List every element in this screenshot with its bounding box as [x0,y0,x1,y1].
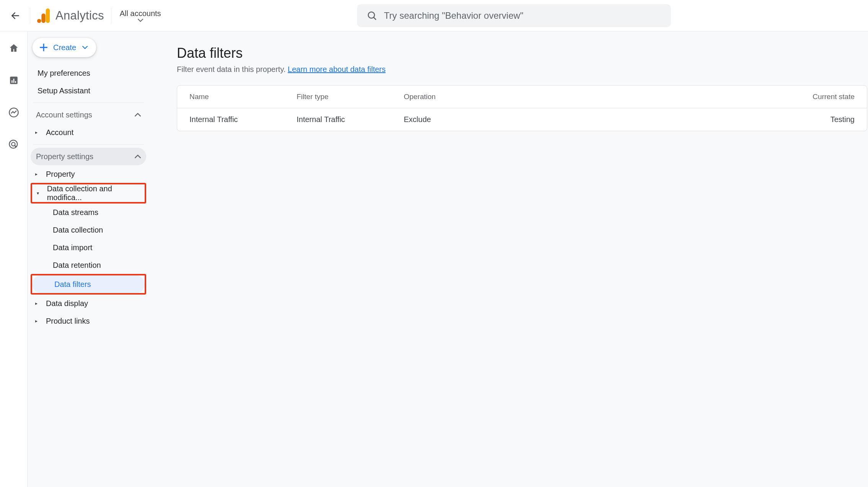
col-operation: Operation [404,93,511,101]
top-bar: Analytics All accounts [0,0,868,31]
caret-right-icon: ▸ [35,318,41,324]
leaf-data-streams[interactable]: Data streams [31,204,146,221]
account-switcher-label: All accounts [120,9,161,18]
brand-name: Analytics [55,9,104,23]
leaf-data-filters[interactable]: Data filters [32,275,145,293]
sub-label: Data collection and modifica... [47,184,139,202]
caret-down-icon [138,19,143,22]
trend-circle-icon [8,107,19,118]
svg-point-11 [9,140,17,148]
back-button[interactable] [8,8,23,23]
group-label: Account settings [36,111,92,119]
svg-line-5 [374,17,376,19]
sub-label: Account [46,128,73,137]
tutorial-callout: Data filters [31,274,146,295]
left-rail [0,31,28,487]
search-input[interactable] [384,10,661,21]
leaf-label: Data import [53,243,92,252]
leaf-label: Data filters [54,280,91,289]
bar-chart-icon [9,75,19,85]
cell-operation: Exclude [404,115,511,124]
plus-icon [39,42,49,52]
sub-label: Data display [46,299,88,308]
divider [33,103,144,103]
group-property-settings[interactable]: Property settings [31,148,146,165]
col-filter-type: Filter type [297,93,404,101]
group-label: Property settings [36,152,93,161]
analytics-logo-icon [37,8,50,23]
home-icon [8,43,19,54]
leaf-data-collection[interactable]: Data collection [31,221,146,239]
search-icon [367,11,377,21]
svg-rect-1 [46,8,50,23]
learn-more-link[interactable]: Learn more about data filters [288,65,386,73]
col-name: Name [189,93,297,101]
rail-explore[interactable] [6,105,21,120]
search-box[interactable] [357,4,671,27]
svg-rect-7 [11,80,13,83]
brand-block[interactable]: Analytics [37,8,104,23]
cell-name: Internal Traffic [189,115,297,124]
rail-home[interactable] [6,41,21,56]
sub-account[interactable]: ▸ Account [31,124,146,141]
sub-property[interactable]: ▸ Property [31,165,146,183]
col-current-state: Current state [511,93,855,101]
group-account-settings[interactable]: Account settings [31,106,146,124]
svg-point-3 [37,19,41,23]
table-header: Name Filter type Operation Current state [177,86,867,108]
nav-label: Setup Assistant [38,86,90,95]
create-button-label: Create [53,43,76,52]
caret-right-icon: ▸ [35,171,41,177]
caret-down-icon [82,46,88,49]
tutorial-callout: ▾ Data collection and modifica... [31,183,146,204]
nav-setup-assistant[interactable]: Setup Assistant [31,82,146,99]
caret-right-icon: ▸ [35,130,41,135]
account-switcher[interactable]: All accounts [120,9,161,22]
main-content: Data filters Filter event data in this p… [149,31,868,487]
chevron-up-icon [135,155,141,158]
table-row[interactable]: Internal Traffic Internal Traffic Exclud… [177,108,867,131]
rail-reports[interactable] [6,73,21,88]
subtitle-text: Filter event data in this property. [177,65,288,73]
caret-down-icon: ▾ [37,191,42,196]
sub-label: Property [46,170,75,179]
target-click-icon [8,139,19,150]
nav-my-preferences[interactable]: My preferences [31,64,146,82]
page-title: Data filters [177,45,868,61]
divider [33,144,144,145]
divider [30,8,30,24]
leaf-data-import[interactable]: Data import [31,239,146,256]
leaf-label: Data collection [53,226,103,235]
svg-rect-9 [15,81,16,83]
caret-right-icon: ▸ [35,301,41,306]
create-button[interactable]: Create [32,37,96,57]
page-subtitle: Filter event data in this property. Lear… [177,65,868,74]
arrow-left-icon [10,11,20,21]
sub-label: Product links [46,317,90,326]
sub-product-links[interactable]: ▸ Product links [31,312,146,330]
data-filters-table: Name Filter type Operation Current state… [177,85,867,131]
svg-rect-8 [13,79,14,83]
sub-data-collection-modification[interactable]: ▾ Data collection and modifica... [32,184,145,202]
leaf-label: Data retention [53,261,101,270]
cell-current-state: Testing [511,115,855,124]
leaf-label: Data streams [53,208,98,217]
svg-rect-2 [41,13,45,23]
leaf-data-retention[interactable]: Data retention [31,256,146,274]
admin-panel: Create My preferences Setup Assistant Ac… [28,31,149,487]
sub-data-display[interactable]: ▸ Data display [31,295,146,312]
nav-label: My preferences [38,69,90,78]
chevron-up-icon [135,113,141,117]
rail-advertising[interactable] [6,137,21,152]
cell-filter-type: Internal Traffic [297,115,404,124]
divider [111,8,111,24]
